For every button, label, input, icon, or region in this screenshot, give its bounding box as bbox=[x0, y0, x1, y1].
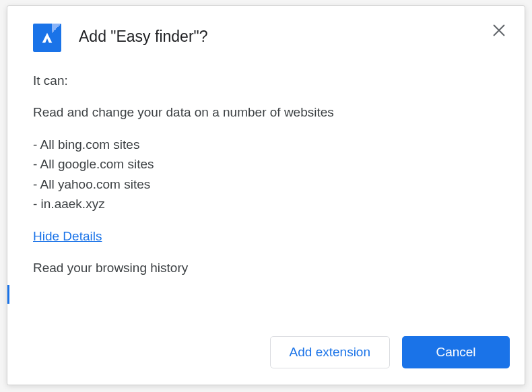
dialog-title: Add "Easy finder"? bbox=[79, 21, 208, 46]
site-item: - in.aaek.xyz bbox=[33, 194, 499, 214]
cancel-button[interactable]: Cancel bbox=[402, 336, 510, 368]
site-item: - All yahoo.com sites bbox=[33, 174, 499, 194]
extension-install-dialog: Add "Easy finder"? It can: Read and chan… bbox=[7, 5, 525, 385]
site-item: - All google.com sites bbox=[33, 154, 499, 174]
permission-read-change: Read and change your data on a number of… bbox=[33, 102, 499, 122]
it-can-label: It can: bbox=[33, 71, 499, 90]
permission-browsing-history: Read your browsing history bbox=[33, 258, 499, 277]
accent-bar bbox=[7, 285, 9, 304]
site-list: - All bing.com sites - All google.com si… bbox=[33, 135, 499, 214]
extension-icon bbox=[33, 24, 61, 52]
add-extension-button[interactable]: Add extension bbox=[270, 336, 390, 368]
hide-details-link[interactable]: Hide Details bbox=[33, 226, 102, 246]
close-icon bbox=[493, 23, 505, 40]
site-item: - All bing.com sites bbox=[33, 135, 499, 154]
close-button[interactable] bbox=[488, 21, 510, 42]
dialog-footer: Add extension Cancel bbox=[7, 324, 525, 385]
dialog-header: Add "Easy finder"? bbox=[7, 6, 525, 59]
dialog-body: It can: Read and change your data on a n… bbox=[7, 59, 525, 324]
